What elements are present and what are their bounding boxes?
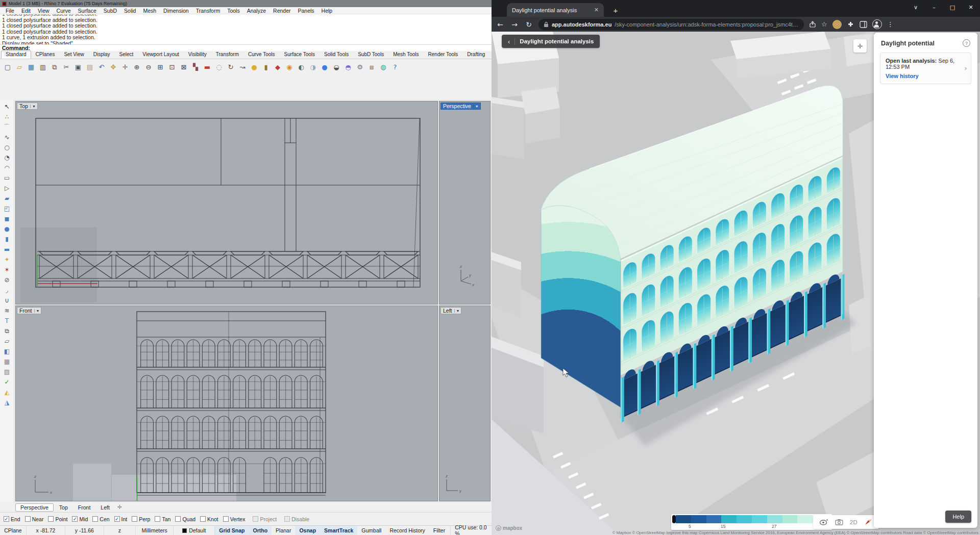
viewport-left[interactable]: Left▼ z y [439, 305, 491, 501]
last-analysis-card[interactable]: Open last analysis: Sep 6, 12:53 PM › Vi… [880, 53, 971, 84]
eraser-icon[interactable]: ▬ [202, 62, 213, 73]
extrude-icon[interactable]: T [2, 316, 13, 326]
zoom-icon[interactable]: ⊕ [131, 62, 142, 73]
pan-icon[interactable]: ✥ [108, 62, 119, 73]
front-viewport-canvas[interactable]: z x [16, 306, 437, 501]
viewport-front[interactable]: Front▼ z x [15, 305, 438, 501]
array-icon[interactable]: ⧉ [2, 326, 13, 336]
trim-icon[interactable]: ⊘ [2, 275, 13, 285]
move-icon[interactable]: ✛ [119, 62, 131, 73]
shield-icon[interactable]: ◆ [272, 62, 283, 73]
checkbox[interactable] [155, 516, 160, 522]
rhino-menu-item[interactable]: View [34, 8, 53, 14]
hide-icon[interactable]: ◌ [213, 62, 225, 73]
toolbar-tab[interactable]: Transform [211, 50, 243, 59]
forma-canvas[interactable]: ‹ Daylight potential analysis ✛ 51527 [492, 32, 980, 535]
rhino-menu-item[interactable]: Transform [192, 8, 224, 14]
earth-icon[interactable]: ◍ [378, 62, 389, 73]
user-avatar-icon[interactable] [872, 19, 882, 29]
drape-icon[interactable]: ▱ [2, 336, 13, 346]
curve-icon[interactable]: ∿ [2, 132, 13, 142]
offset-icon[interactable]: ≋ [2, 305, 13, 316]
checkbox[interactable] [284, 516, 290, 522]
lamp-icon[interactable]: ● [249, 62, 260, 73]
status-toggle[interactable]: Record History [385, 526, 429, 535]
toolbar-tab[interactable]: Visibility [184, 50, 211, 59]
multi-sphere-icon[interactable]: ◉ [284, 62, 295, 73]
toolbar-tab[interactable]: Drafting [462, 50, 489, 59]
osnap-toggle[interactable]: Perp [132, 516, 150, 522]
save-icon[interactable]: ▦ [26, 62, 37, 73]
osnap-toggle[interactable]: Int [114, 516, 128, 522]
chevron-down-icon[interactable]: ▼ [34, 309, 41, 313]
rhino-menu-item[interactable]: Solid [120, 8, 139, 14]
viewport-layout-icon[interactable]: ▚ [190, 62, 201, 73]
rotate-view-icon[interactable]: ↻ [225, 62, 236, 73]
cplane-selector[interactable]: CPlane [0, 526, 27, 535]
raytrace-mode-icon[interactable]: ◒ [331, 62, 342, 73]
toolbar-tab[interactable]: CPlanes [31, 50, 60, 59]
checkbox[interactable] [200, 516, 206, 522]
checkbox[interactable] [25, 516, 31, 522]
circle-icon[interactable]: ○ [2, 142, 13, 152]
checkbox[interactable] [223, 516, 229, 522]
osnap-toggle[interactable]: Disable [284, 516, 309, 522]
paste-icon[interactable]: ▤ [84, 62, 95, 73]
toolbar-tab[interactable]: Select [115, 50, 138, 59]
viewport-perspective[interactable]: Perspective▼ z y x [439, 101, 491, 304]
rhino-menu-item[interactable]: Panels [295, 8, 318, 14]
toolbar-tab[interactable]: Display [89, 50, 115, 59]
print-icon[interactable]: ▥ [37, 62, 48, 73]
back-chevron-icon[interactable]: ‹ [508, 38, 510, 45]
settings-gear-icon[interactable]: ⚙ [354, 62, 365, 73]
osnap-toggle[interactable]: Knot [200, 516, 218, 522]
viewport-tab[interactable]: Top [55, 504, 72, 511]
box-icon[interactable]: ◼ [2, 214, 13, 224]
copy-icon[interactable]: ▣ [72, 62, 84, 73]
checkbox[interactable] [92, 516, 98, 522]
rectangle-icon[interactable]: ▭ [2, 173, 13, 183]
toolbar-tab[interactable]: Solid Tools [320, 50, 353, 59]
url-bar[interactable]: app.autodeskforma.eu/sky-component-analy… [538, 19, 804, 30]
checkbox[interactable] [132, 516, 137, 522]
zoom-selected-icon[interactable]: ⊡ [166, 62, 178, 73]
osnap-toggle[interactable]: Mid [72, 516, 88, 522]
bookmark-star-icon[interactable]: ☆ [821, 20, 827, 28]
browser-tab[interactable]: Daylight potential analysis ✕ [507, 3, 604, 17]
toolbar-tab[interactable]: Standard [1, 50, 31, 59]
zoom-window-icon[interactable]: ⊞ [155, 62, 166, 73]
boolean-icon[interactable]: ✦ [2, 254, 13, 265]
rhino-menu-item[interactable]: Edit [18, 8, 34, 14]
export-icon[interactable]: ⧉ [49, 62, 60, 73]
status-toggle[interactable]: Ortho [249, 526, 272, 535]
status-toggle[interactable]: Gumball [357, 526, 385, 535]
status-toggle[interactable]: SmartTrack [320, 526, 357, 535]
solid-tools-icon[interactable]: ◧ [2, 346, 13, 356]
viewport-top-label[interactable]: Top▼ [17, 103, 38, 110]
toolbar-tab[interactable]: Viewport Layout [138, 50, 184, 59]
ellipse-icon[interactable]: ◔ [2, 152, 13, 163]
rhino-menu-item[interactable]: Analyze [243, 8, 270, 14]
perspective-viewport-canvas[interactable]: z y x [439, 101, 490, 304]
browser-menu-icon[interactable]: ⋮ [887, 20, 894, 28]
toolbar-tab[interactable]: Mesh Tools [388, 50, 423, 59]
window-control-button[interactable]: ∨ [906, 0, 925, 14]
profile-avatar[interactable] [832, 20, 842, 29]
osnap-toggle[interactable]: Point [48, 516, 67, 522]
rhino-menu-item[interactable]: Surface [75, 8, 100, 14]
viewport-perspective-label[interactable]: Perspective▼ [440, 103, 481, 110]
plane-icon[interactable]: ▬ [2, 244, 13, 254]
viewport-tab[interactable]: Front [74, 504, 95, 511]
sphere-icon[interactable]: ● [2, 224, 13, 234]
toggle-2d-button[interactable]: 2D [850, 519, 857, 525]
rhino-menu-item[interactable]: Curve [53, 8, 75, 14]
add-viewport-tab-icon[interactable]: ✛ [115, 504, 124, 511]
checkbox[interactable] [48, 516, 54, 522]
view-history-link[interactable]: View history [886, 73, 966, 79]
tab-close-icon[interactable]: ✕ [594, 7, 599, 13]
grid-icon[interactable]: ▦ [2, 356, 13, 367]
open-file-icon[interactable]: ▱ [14, 62, 25, 73]
shaded-mode-icon[interactable]: ◐ [296, 62, 307, 73]
locate-button[interactable]: ✛ [853, 39, 867, 53]
artistic-mode-icon[interactable]: ◓ [342, 62, 354, 73]
